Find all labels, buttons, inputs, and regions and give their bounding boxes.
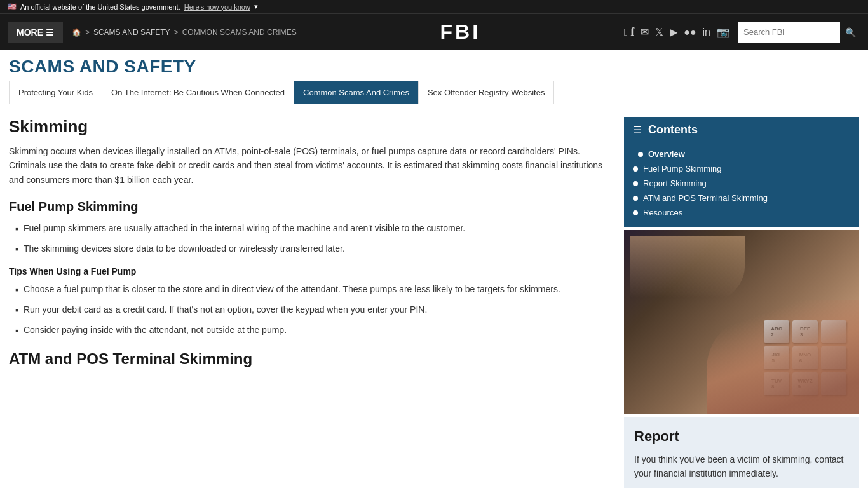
bullet-text: The skimming devices store data to be do… (24, 242, 345, 255)
contents-item-resources[interactable]: Resources (633, 205, 850, 220)
report-box: Report If you think you've been a victim… (624, 417, 859, 488)
gov-banner: 🇺🇸 An official website of the United Sta… (0, 0, 868, 13)
contents-item-fuel[interactable]: Fuel Pump Skimming (633, 161, 850, 176)
fuel-pump-heading: Fuel Pump Skimming (9, 200, 611, 214)
gov-banner-chevron: ▾ (254, 3, 258, 11)
breadcrumb-sep2: > (174, 28, 179, 37)
fbi-logo: FBI (297, 20, 624, 44)
gov-banner-link[interactable]: Here's how you know (184, 3, 250, 11)
tips-heading: Tips When Using a Fuel Pump (9, 266, 611, 276)
contents-label: Resources (643, 208, 682, 217)
contents-title: Contents (648, 123, 698, 137)
contents-item-overview[interactable]: Overview (633, 147, 850, 161)
instagram-icon[interactable]: 📷 (717, 26, 729, 38)
linkedin-icon[interactable]: in (703, 27, 710, 38)
email-icon[interactable]: ✉ (641, 26, 649, 38)
contents-panel: ☰ Contents Overview Fuel Pump Skimming R… (624, 117, 859, 227)
breadcrumb-current: COMMON SCAMS AND CRIMES (182, 28, 297, 37)
dot-icon (633, 181, 638, 186)
atm-image: ABC2 DEF3 JKL5 MNO6 TUV8 WXYZ9 (624, 230, 859, 414)
tab-common-scams[interactable]: Common Scams And Crimes (294, 81, 419, 104)
main-content: Skimming Skimming occurs when devices il… (0, 104, 868, 488)
youtube-icon[interactable]: ▶ (670, 26, 677, 38)
list-item: Fuel pump skimmers are usually attached … (15, 222, 611, 236)
dot-icon (633, 166, 638, 172)
twitter-icon[interactable]: 𝕏 (655, 26, 663, 38)
content-left: Skimming Skimming occurs when devices il… (9, 117, 611, 488)
facebook-icon[interactable]:  f (624, 25, 634, 39)
report-text: If you think you've been a victim of ski… (634, 452, 849, 481)
bullet-text: Fuel pump skimmers are usually attached … (24, 222, 465, 235)
list-item: The skimming devices store data to be do… (15, 242, 611, 256)
skimming-heading: Skimming (9, 117, 611, 137)
search-input[interactable] (738, 22, 840, 43)
breadcrumb-sep1: > (85, 28, 90, 37)
report-title: Report (634, 428, 849, 445)
contents-icon: ☰ (633, 124, 642, 136)
tab-protecting-kids[interactable]: Protecting Your Kids (9, 81, 102, 104)
content-right: ☰ Contents Overview Fuel Pump Skimming R… (624, 117, 859, 488)
dot-icon (638, 152, 643, 157)
contents-label: ATM and POS Terminal Skimming (643, 193, 768, 203)
list-item: Choose a fuel pump that is closer to the… (15, 283, 611, 297)
list-item: Consider paying inside with the attendan… (15, 323, 611, 337)
fuel-pump-bullets: Fuel pump skimmers are usually attached … (15, 222, 611, 256)
tip-text: Consider paying inside with the attendan… (24, 323, 287, 337)
search-button[interactable]: 🔍 (840, 22, 860, 43)
contents-header: ☰ Contents (624, 117, 859, 143)
tab-sex-offender[interactable]: Sex Offender Registry Websites (419, 81, 555, 104)
contents-item-report[interactable]: Report Skimming (633, 176, 850, 191)
contents-label: Fuel Pump Skimming (643, 164, 722, 173)
page-header: SCAMS AND SAFETY (0, 50, 868, 81)
flag-icon: 🇺🇸 (8, 3, 17, 11)
contents-list: Overview Fuel Pump Skimming Report Skimm… (624, 143, 859, 227)
more-button[interactable]: MORE ☰ (8, 22, 63, 43)
atm-heading: ATM and POS Terminal Skimming (9, 350, 611, 368)
breadcrumb-home[interactable]: 🏠 (72, 28, 81, 37)
tips-list: Choose a fuel pump that is closer to the… (15, 283, 611, 337)
sub-tabs: Protecting Your Kids On The Internet: Be… (0, 81, 868, 104)
contents-label: Report Skimming (643, 179, 707, 188)
list-item: Run your debit card as a credit card. If… (15, 303, 611, 317)
contents-label: Overview (648, 149, 685, 159)
tip-text: Run your debit card as a credit card. If… (24, 303, 427, 316)
tab-internet[interactable]: On The Internet: Be Cautious When Connec… (102, 81, 294, 104)
intro-paragraph: Skimming occurs when devices illegally i… (9, 144, 611, 187)
breadcrumb: 🏠 > SCAMS AND SAFETY > COMMON SCAMS AND … (72, 28, 297, 37)
social-icons:  f ✉ 𝕏 ▶ ●● in 📷 (624, 25, 729, 39)
gov-banner-text: An official website of the United States… (20, 3, 180, 11)
dot-icon (633, 210, 638, 215)
search-box: 🔍 (738, 22, 860, 43)
contents-item-atm[interactable]: ATM and POS Terminal Skimming (633, 191, 850, 205)
top-nav: MORE ☰ 🏠 > SCAMS AND SAFETY > COMMON SCA… (0, 13, 868, 50)
dot-icon (633, 196, 638, 201)
tip-text: Choose a fuel pump that is closer to the… (24, 283, 560, 296)
breadcrumb-scams[interactable]: SCAMS AND SAFETY (93, 28, 170, 37)
flickr-icon[interactable]: ●● (684, 27, 696, 38)
page-title: SCAMS AND SAFETY (9, 57, 859, 77)
